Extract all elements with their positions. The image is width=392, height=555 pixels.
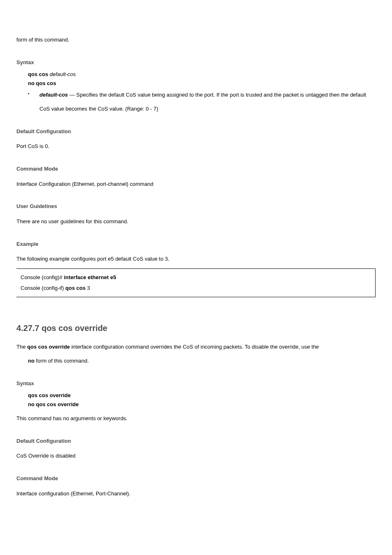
command-mode-text: Interface Configuration (Ethernet, port-… (16, 177, 376, 191)
default-config-text-2: CoS Override is disabled (16, 449, 376, 463)
param-name: default-cos (39, 92, 68, 98)
default-config-text: Port CoS is 0. (16, 139, 376, 153)
syntax-line-2: no qos cos (28, 79, 376, 88)
desc-pre: The (16, 344, 27, 350)
syntax-heading-2: Syntax (16, 379, 376, 388)
code-line-1: Console (config)# interface ethernet e5 (21, 272, 371, 283)
command-mode-heading-2: Command Mode (16, 474, 376, 483)
code-cmd-2: qos cos (65, 285, 87, 291)
param-desc: — Specifies the default CoS value being … (39, 92, 366, 112)
code-cmd-1: interface ethernet e5 (64, 274, 116, 280)
param-bullet: default-cos — Specifies the default CoS … (28, 88, 376, 116)
default-config-heading-2: Default Configuration (16, 437, 376, 445)
desc-cmd-bold: qos cos override (27, 344, 70, 350)
syntax-cmd-ital: default-cos (50, 71, 76, 77)
code-line-2: Console (config-if) qos cos 3 (21, 283, 371, 294)
command-mode-heading: Command Mode (16, 165, 376, 173)
code-example-box: Console (config)# interface ethernet e5 … (16, 268, 376, 297)
code-prompt-2: Console (config-if) (21, 285, 65, 291)
command-title: 4.27.7 qos cos override (16, 322, 376, 334)
no-args-text: This command has no arguments or keyword… (16, 412, 376, 426)
example-heading: Example (16, 240, 376, 248)
desc-post: interface configuration command override… (70, 344, 319, 350)
syntax2-line-1: qos cos override (28, 391, 376, 400)
default-config-heading: Default Configuration (16, 127, 376, 136)
command-mode-text-2: Interface configuration (Ethernet, Port-… (16, 487, 376, 501)
code-arg-2: 3 (87, 285, 90, 291)
desc-tail: form of this command. (35, 358, 89, 364)
command-description: The qos cos override interface configura… (16, 340, 376, 368)
syntax-heading: Syntax (16, 58, 376, 67)
example-text: The following example configures port e5… (16, 252, 376, 266)
syntax2-line-2: no qos cos override (28, 400, 376, 409)
intro-trailing-text: form of this command. (16, 33, 376, 47)
syntax-cmd-bold: qos cos (28, 71, 48, 77)
desc-no-bold: no (28, 358, 35, 364)
user-guidelines-heading: User Guidelines (16, 202, 376, 210)
user-guidelines-text: There are no user guidelines for this co… (16, 215, 376, 229)
code-prompt-1: Console (config)# (21, 274, 64, 280)
syntax-line-1: qos cos default-cos (28, 70, 376, 79)
